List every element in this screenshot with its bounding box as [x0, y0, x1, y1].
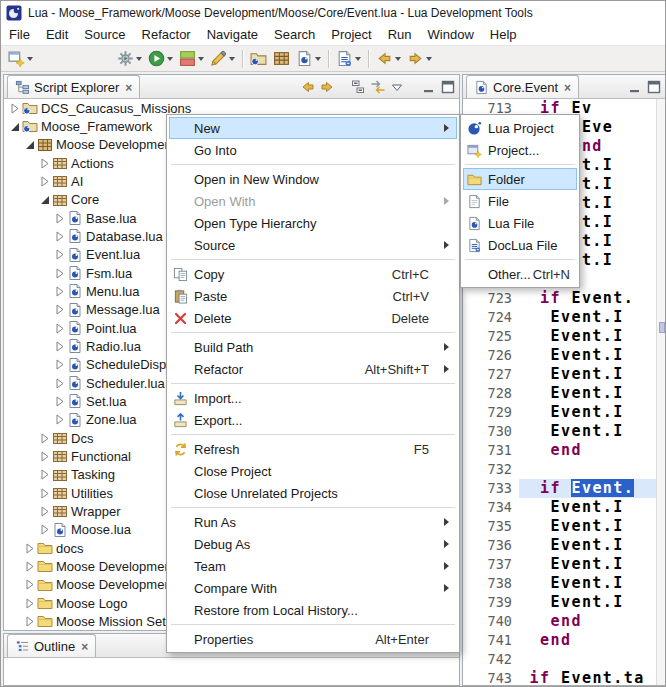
task-button[interactable]: [333, 48, 364, 69]
dropdown-caret-icon[interactable]: [27, 57, 33, 61]
line-number[interactable]: 739: [463, 593, 519, 612]
new-lua-file-button[interactable]: [293, 48, 324, 69]
menu-refactor[interactable]: Refactor: [134, 24, 199, 45]
menu-item-open-type-hierarchy[interactable]: Open Type Hierarchy: [169, 212, 457, 234]
expand-icon[interactable]: [38, 432, 51, 445]
tab-core-event[interactable]: Core.Event: [466, 75, 579, 98]
line-number[interactable]: 734: [463, 498, 519, 517]
menu-project[interactable]: Project: [323, 24, 379, 45]
expand-icon[interactable]: [53, 267, 66, 280]
expand-icon[interactable]: [23, 597, 36, 610]
expand-icon[interactable]: [23, 542, 36, 555]
expand-icon[interactable]: [38, 468, 51, 481]
expand-icon[interactable]: [53, 340, 66, 353]
expand-icon[interactable]: [38, 175, 51, 188]
dropdown-caret-icon[interactable]: [167, 57, 173, 61]
new-source-folder-button[interactable]: [270, 48, 293, 69]
line-number[interactable]: 732: [463, 460, 519, 479]
minimize-icon[interactable]: [421, 79, 437, 95]
line-number[interactable]: 725: [463, 327, 519, 346]
expand-icon[interactable]: [8, 102, 21, 115]
collapse-icon[interactable]: [8, 120, 21, 133]
line-number[interactable]: 736: [463, 536, 519, 555]
menu-edit[interactable]: Edit: [38, 24, 76, 45]
close-icon[interactable]: [562, 80, 571, 95]
tab-script-explorer[interactable]: Script Explorer: [7, 75, 140, 98]
line-number[interactable]: 727: [463, 365, 519, 384]
minimize-icon[interactable]: [627, 79, 643, 95]
expand-icon[interactable]: [38, 157, 51, 170]
new-lua-project-button[interactable]: [247, 48, 270, 69]
maximize-icon[interactable]: [646, 79, 662, 95]
line-number[interactable]: 723: [463, 289, 519, 308]
menu-item-debug-as[interactable]: Debug As: [169, 533, 457, 555]
menu-file[interactable]: File: [1, 24, 38, 45]
dropdown-caret-icon[interactable]: [198, 57, 204, 61]
expand-icon[interactable]: [53, 413, 66, 426]
menu-item-properties[interactable]: PropertiesAlt+Enter: [169, 628, 457, 650]
menu-item-export[interactable]: Export...: [169, 409, 457, 431]
menu-item-new[interactable]: New: [169, 117, 457, 139]
menu-item-compare-with[interactable]: Compare With: [169, 577, 457, 599]
menu-item-delete[interactable]: DeleteDelete: [169, 307, 457, 329]
line-number[interactable]: 731: [463, 441, 519, 460]
menu-item-lua-file[interactable]: Lua File: [463, 212, 577, 234]
menu-run[interactable]: Run: [380, 24, 420, 45]
line-number[interactable]: 740: [463, 612, 519, 631]
expand-icon[interactable]: [38, 487, 51, 500]
expand-icon[interactable]: [38, 523, 51, 536]
expand-icon[interactable]: [53, 395, 66, 408]
menu-window[interactable]: Window: [420, 24, 482, 45]
expand-icon[interactable]: [53, 230, 66, 243]
menu-search[interactable]: Search: [266, 24, 323, 45]
line-number[interactable]: 743: [463, 669, 519, 685]
line-number[interactable]: 738: [463, 574, 519, 593]
menu-navigate[interactable]: Navigate: [199, 24, 266, 45]
expand-icon[interactable]: [23, 578, 36, 591]
menu-item-paste[interactable]: PasteCtrl+V: [169, 285, 457, 307]
forward-nav-button[interactable]: [404, 48, 435, 69]
menu-item-file[interactable]: File: [463, 190, 577, 212]
expand-icon[interactable]: [53, 248, 66, 261]
expand-icon[interactable]: [23, 560, 36, 573]
dropdown-caret-icon[interactable]: [229, 57, 235, 61]
dropdown-caret-icon[interactable]: [426, 57, 432, 61]
menu-item-open-in-new-window[interactable]: Open in New Window: [169, 168, 457, 190]
link-with-editor-icon[interactable]: [370, 79, 386, 95]
line-number[interactable]: 729: [463, 403, 519, 422]
profile-button[interactable]: [207, 48, 238, 69]
dropdown-caret-icon[interactable]: [355, 57, 361, 61]
menu-item-source[interactable]: Source: [169, 234, 457, 256]
collapse-icon[interactable]: [23, 138, 36, 151]
expand-icon[interactable]: [53, 285, 66, 298]
external-tools-button[interactable]: [114, 48, 145, 69]
line-number[interactable]: 728: [463, 384, 519, 403]
line-number[interactable]: 737: [463, 555, 519, 574]
line-number[interactable]: 735: [463, 517, 519, 536]
expand-icon[interactable]: [53, 303, 66, 316]
forward-icon[interactable]: [319, 79, 335, 95]
menu-item-folder[interactable]: Folder: [463, 168, 577, 190]
view-menu-icon[interactable]: [389, 79, 405, 95]
close-icon[interactable]: [79, 639, 88, 654]
expand-icon[interactable]: [23, 615, 36, 628]
menu-help[interactable]: Help: [482, 24, 525, 45]
maximize-icon[interactable]: [440, 79, 456, 95]
menu-item-doclua-file[interactable]: DocLua File: [463, 234, 577, 256]
menu-item-run-as[interactable]: Run As: [169, 511, 457, 533]
overview-ruler[interactable]: [656, 99, 665, 685]
line-number[interactable]: 741: [463, 631, 519, 650]
collapse-icon[interactable]: [38, 193, 51, 206]
menu-item-copy[interactable]: CopyCtrl+C: [169, 263, 457, 285]
menu-item-project[interactable]: Project...: [463, 139, 577, 161]
menu-source[interactable]: Source: [76, 24, 133, 45]
new-wizard-button[interactable]: [5, 48, 36, 69]
line-number[interactable]: 726: [463, 346, 519, 365]
menu-item-restore-from-local-history[interactable]: Restore from Local History...: [169, 599, 457, 621]
expand-icon[interactable]: [38, 450, 51, 463]
menu-item-build-path[interactable]: Build Path: [169, 336, 457, 358]
back-icon[interactable]: [300, 79, 316, 95]
expand-icon[interactable]: [53, 322, 66, 335]
menu-item-other[interactable]: Other...Ctrl+N: [463, 263, 577, 285]
line-number[interactable]: 733: [463, 479, 519, 498]
